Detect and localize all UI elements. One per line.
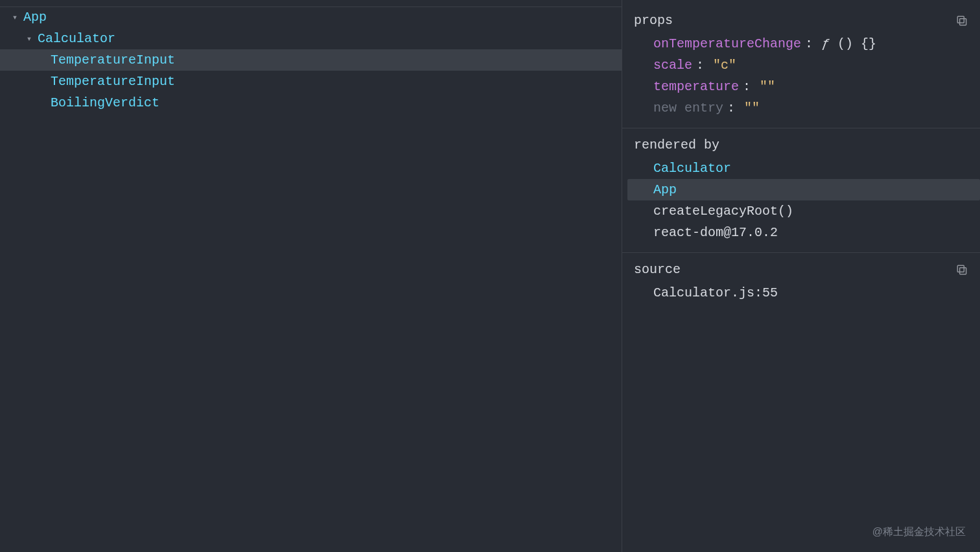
section-title: rendered by [634, 138, 719, 152]
rendered-by-section: rendered by Calculator App createLegacyR… [622, 138, 980, 253]
svg-rect-2 [960, 267, 966, 274]
prop-row-ontemperaturechange[interactable]: onTemperatureChange: ƒ () {} [653, 33, 980, 54]
rendered-by-calculator[interactable]: Calculator [622, 158, 980, 179]
watermark: @稀土掘金技术社区 [872, 525, 966, 539]
component-name: App [23, 10, 47, 25]
props-section: props onTemperatureChange: ƒ () {} scale… [622, 13, 980, 128]
caret-down-icon[interactable] [10, 12, 20, 23]
component-name: TemperatureInput [51, 53, 175, 67]
prop-key: temperature [653, 79, 739, 94]
tree-node-temperature-input[interactable]: TemperatureInput [0, 49, 622, 71]
section-title: source [634, 262, 681, 277]
copy-icon[interactable] [955, 263, 968, 276]
rendered-by-create-legacy-root[interactable]: createLegacyRoot() [622, 200, 980, 222]
prop-row-new-entry[interactable]: new entry: "" [653, 97, 980, 119]
copy-icon[interactable] [955, 14, 968, 27]
component-name: TemperatureInput [51, 74, 175, 89]
prop-value: ƒ () {} [822, 36, 876, 51]
prop-value: "" [760, 79, 775, 94]
tree-node-temperature-input[interactable]: TemperatureInput [0, 71, 622, 92]
tree-node-app[interactable]: App [0, 6, 622, 28]
component-name: BoilingVerdict [51, 95, 159, 110]
prop-key: new entry [653, 101, 723, 115]
tree-node-calculator[interactable]: Calculator [0, 28, 622, 49]
svg-rect-3 [957, 265, 964, 272]
tree-node-boiling-verdict[interactable]: BoilingVerdict [0, 92, 622, 114]
svg-rect-1 [957, 16, 964, 23]
prop-row-temperature[interactable]: temperature: "" [653, 76, 980, 97]
component-name: Calculator [38, 31, 115, 46]
prop-value: "c" [713, 58, 736, 73]
prop-row-scale[interactable]: scale: "c" [653, 54, 980, 76]
caret-down-icon[interactable] [24, 34, 34, 44]
source-location[interactable]: Calculator.js:55 [653, 282, 980, 304]
section-title: props [634, 13, 673, 28]
rendered-by-app[interactable]: App [627, 179, 980, 200]
source-section: source Calculator.js:55 [622, 262, 980, 313]
prop-value: "" [744, 101, 760, 115]
component-tree-panel: App Calculator TemperatureInput Temperat… [0, 0, 622, 552]
svg-rect-0 [960, 18, 966, 25]
prop-key: scale [653, 58, 692, 73]
rendered-by-react-dom-version[interactable]: react-dom@17.0.2 [622, 222, 980, 243]
inspector-panel: props onTemperatureChange: ƒ () {} scale… [622, 0, 980, 552]
prop-key: onTemperatureChange [653, 36, 801, 51]
